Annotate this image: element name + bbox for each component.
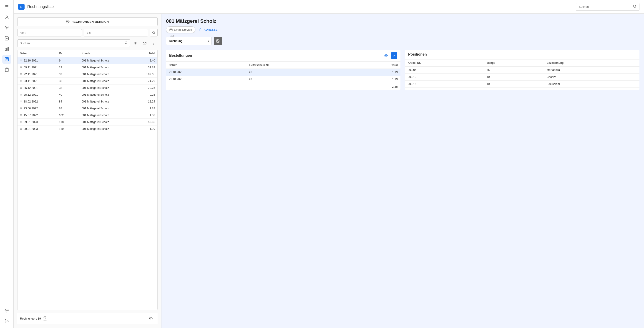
- cell-date: ✉22.10.2021: [18, 57, 56, 64]
- cell-date: ✉09.01.2023: [18, 119, 56, 125]
- sidebar-chart-icon[interactable]: [2, 44, 11, 53]
- table-row[interactable]: ✉09.01.2023 119 001 Mätzgerei Scholz 1.2…: [18, 125, 157, 132]
- table-row[interactable]: ✉23.11.2021 33 001 Mätzgerei Scholz 74.7…: [18, 78, 157, 85]
- svg-point-18: [125, 42, 127, 44]
- cell-total: 2.40: [134, 57, 157, 64]
- adresse-button[interactable]: ADRESSE: [198, 27, 219, 32]
- filter-button-label: RECHNUNGEN BEREICH: [72, 20, 109, 24]
- right-panel: 001 Mätzgerei Scholz Email Service ADRES…: [162, 14, 644, 328]
- page-title: Rechnungsliste: [27, 5, 573, 9]
- col-lieferschein: Lieferschein-Nr.: [246, 62, 352, 69]
- cell-artikel: 20.005: [405, 67, 484, 74]
- col-datum: Datum: [18, 50, 56, 57]
- svg-rect-5: [8, 47, 8, 50]
- cell-date: ✉15.07.2022: [18, 112, 56, 119]
- date-search-button[interactable]: [150, 29, 158, 37]
- svg-point-13: [633, 5, 636, 8]
- col-menge: Menge: [484, 59, 544, 67]
- svg-point-20: [135, 43, 136, 44]
- cell-datum: 21.10.2021: [166, 76, 246, 83]
- sidebar-menu-icon[interactable]: ☰: [2, 2, 11, 11]
- table-row[interactable]: ✉22.10.2021 9 001 Mätzgerei Scholz 2.40: [18, 57, 157, 64]
- eye-button[interactable]: [132, 39, 140, 47]
- save-template-button[interactable]: [214, 37, 222, 45]
- sidebar-user-icon[interactable]: [2, 13, 11, 22]
- sidebar-settings-icon[interactable]: [2, 306, 11, 315]
- col-total: Total: [134, 50, 157, 57]
- svg-point-22: [386, 55, 386, 56]
- cell-total: 1.19: [352, 76, 400, 83]
- refresh-button[interactable]: [147, 315, 155, 322]
- search-icon[interactable]: [124, 41, 128, 45]
- text-dropdown[interactable]: Rechnung Angebot Lieferschein: [166, 37, 212, 45]
- list-item[interactable]: 20.005 35 Mortadella: [405, 67, 640, 74]
- cell-kunde: 001 Mätzgerei Scholz: [79, 98, 134, 105]
- cell-date: ✉09.11.2021: [18, 64, 56, 71]
- table-row[interactable]: ✉23.06.2022 88 001 Mätzgerei Scholz 1.82: [18, 105, 157, 112]
- cell-total: 50.66: [134, 119, 157, 125]
- cell-total: 70.75: [134, 85, 157, 91]
- bis-input[interactable]: [84, 29, 148, 37]
- bestellungen-checkbox-icon[interactable]: ✓: [391, 52, 397, 59]
- svg-point-16: [152, 32, 155, 34]
- table-row[interactable]: ✉09.01.2023 118 001 Mätzgerei Scholz 50.…: [18, 119, 157, 125]
- cell-total: 31.89: [134, 64, 157, 71]
- cell-re: 102: [56, 112, 79, 119]
- cell-kunde: 001 Mätzgerei Scholz: [79, 105, 134, 112]
- cell-menge: 10: [484, 81, 544, 88]
- von-input[interactable]: [17, 29, 82, 37]
- svg-line-14: [635, 7, 636, 8]
- svg-point-1: [6, 27, 7, 29]
- cell-bezeichnung: Chorizo: [544, 74, 640, 81]
- col-re[interactable]: Re... ↑: [56, 50, 79, 57]
- sidebar-invoice-icon[interactable]: [2, 55, 11, 64]
- cell-kunde: 001 Mätzgerei Scholz: [79, 57, 134, 64]
- bestellungen-total-value: 2.38: [392, 85, 398, 88]
- customer-name: 001 Mätzgerei Scholz: [166, 18, 640, 24]
- list-item[interactable]: 20.015 10 Edelsalami: [405, 81, 640, 88]
- sidebar-logout-icon[interactable]: [2, 317, 11, 326]
- bestellungen-title: Bestellungen: [169, 54, 192, 58]
- search-row: ⋮: [17, 39, 158, 47]
- col-total-best: Total: [352, 62, 400, 69]
- svg-rect-10: [6, 68, 8, 69]
- text-label: Text: [168, 35, 175, 37]
- svg-rect-4: [6, 48, 7, 51]
- filter-button[interactable]: RECHNUNGEN BEREICH: [17, 17, 158, 26]
- sidebar-cart-icon[interactable]: [2, 34, 11, 43]
- date-filter-row: [17, 29, 158, 37]
- table-row[interactable]: ✉18.02.2022 84 001 Mätzgerei Scholz 12.2…: [18, 98, 157, 105]
- mail-button[interactable]: [141, 39, 148, 47]
- table-row[interactable]: ✉09.11.2021 19 001 Mätzgerei Scholz 31.8…: [18, 64, 157, 71]
- topbar-search-input[interactable]: [579, 5, 631, 9]
- cell-re: 33: [56, 78, 79, 85]
- cell-kunde: 001 Mätzgerei Scholz: [79, 78, 134, 85]
- bestellungen-eye-icon[interactable]: [383, 52, 389, 59]
- left-panel: RECHNUNGEN BEREICH: [14, 14, 162, 328]
- positionen-section: Positionen Artikel-Nr. Menge Bezeichnung…: [405, 50, 640, 90]
- bestellungen-table: Datum ↑ Lieferschein-Nr. Total 21.10.202…: [166, 62, 400, 83]
- cell-re: 32: [56, 71, 79, 78]
- orders-positions: Bestellungen ✓ Datum ↑ Liefersc: [166, 50, 640, 90]
- text-select-container: Text Rechnung Angebot Lieferschein: [166, 37, 212, 45]
- table-row[interactable]: ✉15.07.2022 102 001 Mätzgerei Scholz 1.3…: [18, 112, 157, 119]
- table-row[interactable]: ✉22.11.2021 32 001 Mätzgerei Scholz 182.…: [18, 71, 157, 78]
- cell-date: ✉23.11.2021: [18, 78, 56, 85]
- list-item[interactable]: 20.013 10 Chorizo: [405, 74, 640, 81]
- list-item[interactable]: 21.10.2021 28 1.19: [166, 76, 400, 83]
- list-item[interactable]: 21.10.2021 26 1.19: [166, 69, 400, 76]
- topbar-search-icon[interactable]: [633, 5, 636, 9]
- help-icon[interactable]: ?: [43, 316, 47, 321]
- table-row[interactable]: ✉25.12.2021 40 001 Mätzgerei Scholz 0.25: [18, 91, 157, 98]
- cell-kunde: 001 Mätzgerei Scholz: [79, 91, 134, 98]
- cell-bezeichnung: Edelsalami: [544, 81, 640, 88]
- svg-rect-3: [5, 49, 6, 51]
- more-options-button[interactable]: ⋮: [150, 39, 158, 47]
- cell-menge: 35: [484, 67, 544, 74]
- search-input[interactable]: [20, 42, 123, 45]
- email-service-button[interactable]: Email Service: [166, 27, 195, 33]
- sidebar-gear-icon[interactable]: [2, 23, 11, 32]
- sidebar-clipboard-icon[interactable]: [2, 65, 11, 74]
- table-row[interactable]: ✉25.12.2021 38 001 Mätzgerei Scholz 70.7…: [18, 85, 157, 91]
- svg-line-19: [127, 43, 128, 44]
